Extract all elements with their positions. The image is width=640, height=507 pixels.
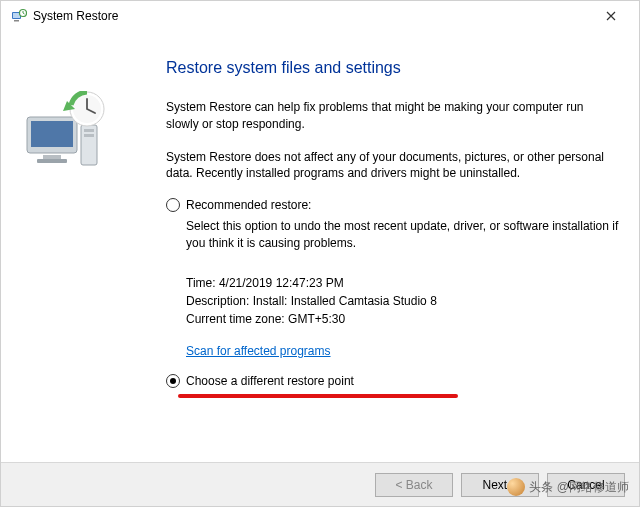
intro-paragraph-2: System Restore does not affect any of yo… xyxy=(166,149,619,183)
radio-unchecked-icon xyxy=(166,198,180,212)
window-title: System Restore xyxy=(33,9,118,23)
back-button[interactable]: < Back xyxy=(375,473,453,497)
system-restore-icon xyxy=(11,8,27,24)
recommended-restore-label: Recommended restore: xyxy=(186,198,311,212)
content-area: Restore system files and settings System… xyxy=(1,31,639,463)
titlebar-left: System Restore xyxy=(11,8,118,24)
watermark-overlay: 头条 @网络修道师 xyxy=(507,478,629,496)
annotation-underline xyxy=(178,394,458,398)
choose-different-point-label: Choose a different restore point xyxy=(186,374,354,388)
radio-checked-icon xyxy=(166,374,180,388)
svg-rect-5 xyxy=(31,121,73,147)
restore-description-row: Description: Install: Installed Camtasia… xyxy=(186,292,619,310)
scan-affected-programs-link[interactable]: Scan for affected programs xyxy=(186,344,331,358)
svg-rect-2 xyxy=(14,20,19,22)
restore-timezone-row: Current time zone: GMT+5:30 xyxy=(186,310,619,328)
close-button[interactable] xyxy=(591,2,631,30)
left-column xyxy=(11,41,166,463)
system-restore-graphic xyxy=(21,91,121,181)
svg-rect-10 xyxy=(84,134,94,137)
svg-rect-1 xyxy=(13,13,20,18)
svg-rect-6 xyxy=(43,155,61,159)
watermark-avatar-icon xyxy=(507,478,525,496)
recommended-restore-option[interactable]: Recommended restore: xyxy=(166,198,619,212)
page-heading: Restore system files and settings xyxy=(166,59,619,77)
svg-rect-9 xyxy=(84,129,94,132)
choose-different-point-option[interactable]: Choose a different restore point xyxy=(166,374,619,388)
watermark-text: 头条 @网络修道师 xyxy=(529,479,629,496)
recommended-restore-description: Select this option to undo the most rece… xyxy=(186,218,619,252)
titlebar: System Restore xyxy=(1,1,639,31)
restore-time-row: Time: 4/21/2019 12:47:23 PM xyxy=(186,274,619,292)
right-column: Restore system files and settings System… xyxy=(166,41,619,463)
intro-paragraph-1: System Restore can help fix problems tha… xyxy=(166,99,619,133)
svg-rect-7 xyxy=(37,159,67,163)
restore-point-info: Time: 4/21/2019 12:47:23 PM Description:… xyxy=(186,274,619,328)
